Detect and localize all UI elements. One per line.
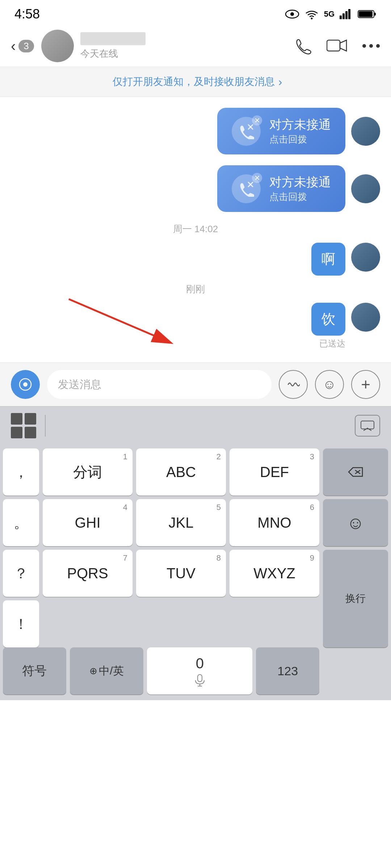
apps-icon[interactable] [11, 413, 36, 438]
left-symbol-keys: ， 。 ？ ！ [3, 448, 39, 647]
key-symbol[interactable]: 符号 [3, 647, 66, 694]
phone-call-icon[interactable] [294, 37, 312, 55]
missed-call-message-1[interactable]: 对方未接通 点击回拨 [11, 108, 380, 154]
key-2-label: ABC [166, 464, 196, 480]
add-button[interactable]: + [351, 370, 380, 399]
missed-call-main-1: 对方未接通 [269, 116, 331, 133]
key-space[interactable]: 0 [147, 647, 252, 694]
key-8-label: TUV [167, 565, 196, 582]
message-yin-bubble[interactable]: 饮 [311, 303, 345, 336]
apps-icon-tr [25, 413, 36, 425]
keyboard-main: ， 。 ？ ！ 1 分词 2 ABC [3, 448, 388, 647]
svg-point-1 [290, 12, 294, 16]
key-period-label: 。 [14, 513, 28, 533]
key-9-number: 9 [310, 553, 314, 563]
missed-call-bubble-2: 对方未接通 点击回拨 [217, 165, 345, 212]
key-symbol-label: 符号 [22, 663, 47, 679]
svg-rect-5 [345, 11, 348, 19]
message-yin-container: 饮 已送达 [11, 303, 380, 349]
missed-call-message-2[interactable]: 对方未接通 点击回拨 [11, 165, 380, 212]
status-time: 4:58 [14, 7, 40, 22]
header-actions [294, 37, 380, 55]
key-comma[interactable]: ， [3, 448, 39, 495]
hide-keyboard-button[interactable] [355, 415, 380, 437]
toolbar-divider [45, 415, 46, 437]
key-question[interactable]: ？ [3, 550, 39, 597]
key-9-label: WXYZ [253, 565, 295, 582]
key-3-number: 3 [310, 452, 314, 461]
right-action-keys: ☺ 换行 [323, 448, 388, 647]
keyboard: ， 。 ？ ！ 1 分词 2 ABC [0, 445, 391, 700]
timestamp-monday: 周一 14:02 [11, 223, 380, 235]
back-button[interactable]: ‹ 3 [11, 39, 34, 53]
chat-area: 对方未接通 点击回拨 对方未接通 点击回拨 周一 14:02 [0, 97, 391, 362]
status-bar: 4:58 5G [0, 0, 391, 25]
timestamp-just-now: 刚刚 [11, 283, 380, 295]
svg-rect-9 [359, 11, 373, 17]
notification-text: 仅打开朋友通知，及时接收朋友消息 [113, 75, 275, 89]
delivered-label: 已送达 [319, 338, 345, 349]
key-8-number: 8 [216, 553, 221, 563]
svg-point-11 [362, 44, 366, 48]
key-exclaim[interactable]: ！ [3, 600, 39, 647]
key-1-label: 分词 [73, 462, 102, 482]
svg-point-2 [311, 18, 312, 20]
key-2-abc[interactable]: 2 ABC [136, 448, 226, 495]
key-123-label: 123 [277, 664, 298, 678]
key-5-jkl[interactable]: 5 JKL [136, 499, 226, 546]
message-input[interactable]: 发送消息 [47, 370, 272, 399]
back-arrow-icon: ‹ [11, 39, 16, 53]
sound-wave-button[interactable] [279, 370, 308, 399]
video-call-icon[interactable] [327, 38, 348, 54]
missed-call-sub-1: 点击回拨 [269, 133, 331, 146]
key-9-wxyz[interactable]: 9 WXYZ [230, 550, 319, 597]
my-avatar-2 [351, 303, 380, 332]
key-comma-label: ， [14, 462, 28, 482]
missed-call-icon-2 [232, 174, 261, 203]
key-7-number: 7 [123, 553, 127, 563]
missed-call-text-2: 对方未接通 点击回拨 [269, 174, 331, 203]
key-backspace[interactable] [323, 448, 388, 495]
voice-toggle-button[interactable] [11, 370, 40, 399]
svg-rect-25 [198, 675, 202, 682]
key-3-label: DEF [260, 464, 289, 480]
key-6-mno[interactable]: 6 MNO [230, 499, 319, 546]
key-123[interactable]: 123 [256, 647, 319, 694]
key-5-label: JKL [169, 515, 194, 531]
key-newline[interactable]: 换行 [323, 550, 388, 647]
key-8-tuv[interactable]: 8 TUV [136, 550, 226, 597]
message-placeholder: 发送消息 [58, 378, 101, 390]
contact-avatar [41, 30, 74, 62]
back-badge: 3 [18, 40, 34, 52]
keyboard-middle: 1 分词 2 ABC 3 DEF 4 GHI 5 [43, 448, 319, 647]
key-newline-label: 换行 [345, 592, 366, 605]
emoji-button[interactable]: ☺ [315, 370, 344, 399]
message-yin-wrap: 饮 已送达 [311, 303, 345, 349]
key-5-number: 5 [216, 503, 221, 512]
key-6-number: 6 [310, 503, 314, 512]
bottom-right-spacer [323, 647, 388, 694]
key-period[interactable]: 。 [3, 499, 39, 546]
signal-icon [340, 9, 353, 19]
key-emoji[interactable]: ☺ [323, 499, 388, 546]
key-1-fenwei[interactable]: 1 分词 [43, 448, 133, 495]
apps-icon-tl [11, 413, 22, 425]
key-language[interactable]: ⊕ 中/英 [70, 647, 144, 694]
battery-icon [358, 9, 377, 19]
key-7-pqrs[interactable]: 7 PQRS [43, 550, 133, 597]
missed-call-text-1: 对方未接通 点击回拨 [269, 116, 331, 146]
missed-call-bubble-1: 对方未接通 点击回拨 [217, 108, 345, 154]
eye-icon [285, 9, 299, 20]
apps-icon-bl [11, 427, 22, 438]
notification-banner[interactable]: 仅打开朋友通知，及时接收朋友消息 › [0, 67, 391, 97]
message-ah-bubble[interactable]: 啊 [311, 243, 345, 276]
more-options-icon[interactable] [362, 43, 380, 48]
key-exclaim-label: ！ [14, 614, 28, 634]
svg-point-12 [369, 44, 373, 48]
svg-point-13 [376, 44, 380, 48]
contact-info: 今天在线 [80, 32, 294, 60]
missed-call-sub-2: 点击回拨 [269, 191, 331, 203]
key-4-ghi[interactable]: 4 GHI [43, 499, 133, 546]
status-icons: 5G [285, 9, 377, 20]
key-3-def[interactable]: 3 DEF [230, 448, 319, 495]
